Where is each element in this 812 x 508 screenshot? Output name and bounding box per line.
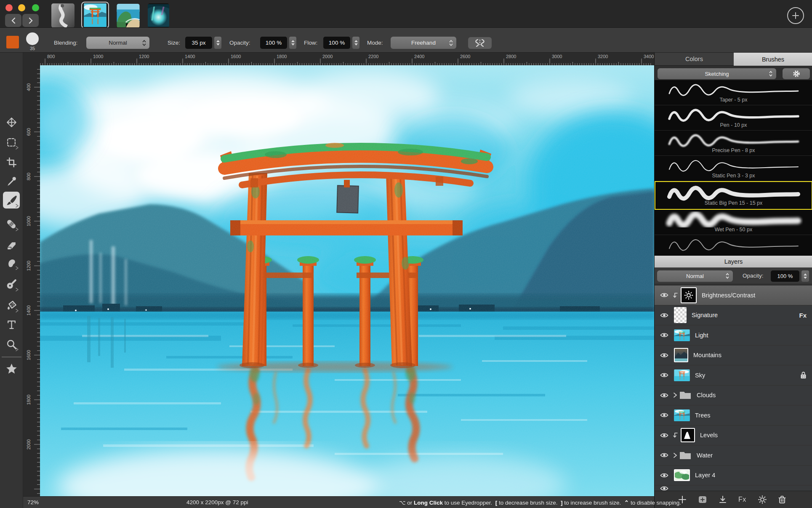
svg-text:1000: 1000 (26, 216, 31, 226)
visibility-eye-icon[interactable] (658, 472, 671, 479)
layer-row-water-group[interactable]: Water (655, 446, 812, 465)
transparent-layer-thumbnail[interactable] (674, 307, 687, 323)
layer-thumbnail[interactable] (674, 348, 688, 362)
adjustment-thumbnail[interactable] (681, 428, 695, 442)
layer-row-mountains[interactable]: Mountains (655, 346, 812, 365)
tool-paint-brush-selected[interactable] (3, 192, 20, 209)
mode-select[interactable]: Freehand (391, 37, 456, 49)
up-down-chevron-icon (769, 70, 773, 77)
visibility-eye-icon[interactable] (658, 432, 671, 439)
size-input[interactable]: 35 px (185, 37, 212, 49)
document-thumbnail-cave-waterfall[interactable] (148, 3, 169, 28)
opacity-stepper[interactable] (289, 37, 296, 49)
layer-opacity-input[interactable]: 100 % (771, 270, 799, 282)
tool-text[interactable] (3, 316, 20, 332)
chevron-right-icon (28, 17, 33, 24)
visibility-eye-icon[interactable] (658, 332, 671, 339)
tool-smudge[interactable] (3, 255, 20, 271)
canvas-torii-painting[interactable] (40, 65, 654, 496)
brush-settings-button[interactable] (783, 68, 810, 79)
lock-icon[interactable] (800, 371, 807, 379)
blending-select[interactable]: Normal (86, 37, 149, 49)
layer-row-signature[interactable]: Signature Fx (655, 306, 812, 325)
document-thumbnail-coastline[interactable] (117, 4, 140, 28)
blending-label: Blending: (54, 40, 77, 46)
tool-marquee-select[interactable] (3, 134, 20, 150)
minimize-window-button[interactable] (18, 4, 25, 11)
tools-divider (2, 357, 21, 357)
adjustment-thumbnail[interactable] (681, 287, 697, 303)
tab-colors[interactable]: Colors (655, 53, 734, 66)
stabiliser-toggle[interactable] (468, 37, 492, 49)
merge-down-button[interactable] (719, 495, 727, 504)
layer-blend-mode-select[interactable]: Normal (657, 270, 733, 282)
layer-row-levels[interactable]: Levels (655, 426, 812, 445)
layer-row-light[interactable]: Light (655, 326, 812, 345)
close-window-button[interactable] (5, 4, 13, 11)
brush-item[interactable]: Static Pen 3 - 3 px (655, 156, 812, 181)
zoom-window-button[interactable] (32, 4, 39, 11)
expand-chevron-icon[interactable] (671, 452, 679, 458)
brush-stroke-preview (664, 158, 803, 174)
add-adjustment-button[interactable] (758, 495, 767, 504)
brush-item-partial[interactable] (655, 235, 812, 255)
layer-row-partial[interactable] (655, 486, 812, 491)
svg-text:3200: 3200 (598, 54, 608, 59)
layer-thumbnail[interactable] (674, 329, 690, 341)
layer-row-brightness-contrast[interactable]: Brightness/Contrast (655, 286, 812, 305)
visibility-eye-icon[interactable] (658, 312, 671, 319)
tab-brushes[interactable]: Brushes (734, 53, 812, 66)
tool-healing-brush[interactable] (3, 216, 20, 232)
brush-item[interactable]: Pen - 10 px (655, 105, 812, 131)
visibility-eye-icon[interactable] (658, 486, 671, 491)
back-button[interactable] (5, 14, 21, 27)
layer-thumbnail[interactable] (674, 469, 690, 481)
figure-study-image (51, 3, 75, 28)
opacity-input[interactable]: 100 % (260, 37, 287, 49)
brush-item[interactable]: Wet Pen - 50 px (655, 210, 812, 235)
size-stepper[interactable] (214, 37, 221, 49)
tool-flood-fill[interactable] (3, 297, 20, 313)
forward-button[interactable] (22, 14, 39, 27)
layer-row-sky[interactable]: Sky (655, 366, 812, 385)
tool-color-picker[interactable] (3, 173, 20, 189)
tool-star-favorites[interactable] (3, 361, 20, 377)
layer-thumbnail[interactable] (674, 409, 690, 421)
symmetry-curves-icon (474, 39, 486, 47)
subtool-arrow-icon (16, 204, 19, 208)
visibility-eye-icon[interactable] (658, 372, 671, 379)
brush-item[interactable]: Taper - 5 px (655, 80, 812, 105)
visibility-eye-icon[interactable] (658, 291, 671, 299)
brush-color-swatch[interactable] (6, 36, 19, 48)
brush-category-select[interactable]: Sketching (658, 68, 776, 79)
layer-opacity-stepper[interactable] (801, 270, 809, 282)
brush-stroke-preview (664, 132, 803, 148)
document-thumbnail-figure-study[interactable] (51, 3, 75, 28)
delete-layer-button[interactable] (778, 495, 786, 504)
visibility-eye-icon[interactable] (658, 392, 671, 399)
add-group-button[interactable] (698, 495, 707, 504)
brush-item-selected[interactable]: Static Big Pen 15 - 15 px (655, 181, 812, 210)
tool-zoom[interactable] (3, 336, 20, 352)
layer-row-layer-4[interactable]: Layer 4 (655, 466, 812, 485)
visibility-eye-icon[interactable] (658, 452, 671, 459)
new-document-button[interactable] (787, 7, 804, 24)
document-thumbnail-torii-painting-active[interactable] (81, 2, 109, 29)
tool-move[interactable] (3, 114, 20, 130)
layer-effects-button[interactable]: Fx (738, 496, 746, 503)
visibility-eye-icon[interactable] (658, 352, 671, 359)
tool-crop[interactable] (3, 154, 20, 170)
layer-thumbnail[interactable] (674, 369, 690, 381)
brush-item[interactable]: Precise Pen - 8 px (655, 131, 812, 156)
fx-badge[interactable]: Fx (799, 312, 807, 319)
layer-row-trees[interactable]: Trees (655, 406, 812, 425)
visibility-eye-icon[interactable] (658, 412, 671, 419)
expand-chevron-icon[interactable] (671, 392, 679, 398)
svg-text:1600: 1600 (26, 350, 31, 360)
flow-stepper[interactable] (352, 37, 359, 49)
flow-input[interactable]: 100 % (323, 37, 350, 49)
brush-category-row: Sketching (655, 66, 812, 80)
tool-dodge[interactable] (3, 276, 20, 292)
layer-row-clouds-group[interactable]: Clouds (655, 386, 812, 405)
tool-erase[interactable] (3, 236, 20, 252)
